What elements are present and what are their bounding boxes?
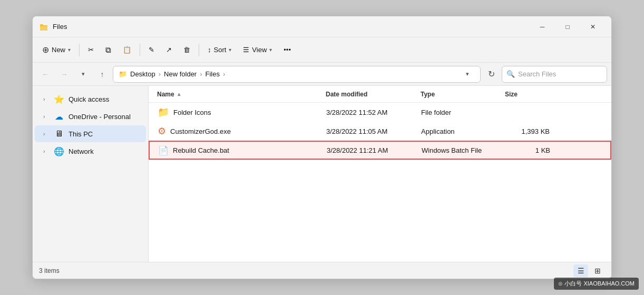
cut-button[interactable]: ✂ <box>83 41 99 60</box>
network-icon: 🌐 <box>54 146 64 156</box>
sidebar: › ⭐ Quick access › ☁ OneDrive - Personal… <box>33 86 149 262</box>
rename-icon: ✎ <box>149 46 154 54</box>
onedrive-icon: ☁ <box>54 112 64 122</box>
this-pc-icon: 🖥 <box>54 129 64 139</box>
window-controls: ─ □ ✕ <box>530 18 605 35</box>
sort-button[interactable]: ↕ Sort ▾ <box>202 41 237 60</box>
view-icon: ☰ <box>243 46 249 54</box>
up-icon: ↑ <box>101 70 104 78</box>
paste-icon: 📋 <box>123 46 131 54</box>
title-bar: Files ─ □ ✕ <box>33 16 611 37</box>
search-box[interactable]: 🔍 Search Files <box>502 66 607 83</box>
quick-access-chevron-icon: › <box>43 96 50 102</box>
copy-button[interactable]: ⧉ <box>100 41 116 60</box>
address-chevron-button[interactable]: ▾ <box>460 67 475 82</box>
list-view-icon: ☰ <box>578 267 584 275</box>
file-size-cell: 1 KB <box>502 146 554 154</box>
name-sort-icon: ▲ <box>177 91 182 97</box>
onedrive-chevron-icon: › <box>43 114 50 120</box>
toolbar-separator-2 <box>140 44 140 56</box>
view-label: View <box>252 46 267 54</box>
sidebar-item-label-onedrive: OneDrive - Personal <box>69 113 131 121</box>
file-name-cell: ⚙ CustomizerGod.exe <box>153 125 322 137</box>
forward-button[interactable]: → <box>56 66 73 83</box>
share-button[interactable]: ↗ <box>161 41 177 60</box>
file-name-text: Folder Icons <box>173 109 211 116</box>
col-size-header[interactable]: Size <box>501 91 553 98</box>
file-name-cell: 📄 Rebuild Cache.bat <box>154 145 323 155</box>
status-bar: 3 items ☰ ⊞ <box>33 262 611 279</box>
exe-icon: ⚙ <box>158 125 166 137</box>
address-folder-icon: 📁 <box>119 70 127 78</box>
sort-chevron-icon: ▾ <box>229 47 231 53</box>
main-content: › ⭐ Quick access › ☁ OneDrive - Personal… <box>33 86 611 262</box>
grid-view-button[interactable]: ⊞ <box>590 264 605 277</box>
list-view-button[interactable]: ☰ <box>573 264 588 277</box>
file-date-cell: 3/28/2022 11:21 AM <box>323 146 417 154</box>
svg-rect-1 <box>40 24 43 26</box>
recent-button[interactable]: ▾ <box>75 66 92 83</box>
paste-button[interactable]: 📋 <box>118 41 136 60</box>
sort-icon: ↕ <box>208 46 211 54</box>
address-crumb-3: Files <box>206 70 220 78</box>
file-list: Name ▲ Date modified Type Size 📁 Folder … <box>149 86 611 262</box>
sort-label: Sort <box>214 46 227 54</box>
new-button[interactable]: ⊕ New ▾ <box>37 41 76 60</box>
maximize-button[interactable]: □ <box>555 18 580 35</box>
col-name-header[interactable]: Name ▲ <box>153 91 321 98</box>
view-button[interactable]: ☰ View ▾ <box>238 41 277 60</box>
more-button[interactable]: ••• <box>278 41 296 60</box>
file-name-text: Rebuild Cache.bat <box>173 146 229 154</box>
address-sep-1: › <box>159 70 161 78</box>
file-size-cell: 1,393 KB <box>501 127 554 135</box>
toolbar: ⊕ New ▾ ✂ ⧉ 📋 ✎ ↗ 🗑 ↕ Sort ▾ ☰ <box>33 37 611 63</box>
file-date-cell: 3/28/2022 11:52 AM <box>322 109 417 116</box>
new-chevron-icon: ▾ <box>68 47 71 53</box>
col-type-header[interactable]: Type <box>416 91 501 98</box>
table-row[interactable]: 📁 Folder Icons 3/28/2022 11:52 AM File f… <box>149 103 611 122</box>
file-name-text: CustomizerGod.exe <box>170 127 231 135</box>
folder-icon: 📁 <box>158 106 169 118</box>
view-chevron-icon: ▾ <box>269 47 272 53</box>
address-input[interactable]: 📁 Desktop › New folder › Files › ▾ <box>113 66 481 83</box>
rename-button[interactable]: ✎ <box>143 41 160 60</box>
delete-button[interactable]: 🗑 <box>178 41 196 60</box>
file-type-cell: Application <box>417 127 501 135</box>
sidebar-item-network[interactable]: › 🌐 Network <box>35 143 146 160</box>
table-row[interactable]: ⚙ CustomizerGod.exe 3/28/2022 11:05 AM A… <box>149 122 611 141</box>
file-list-header: Name ▲ Date modified Type Size <box>149 86 611 103</box>
table-row[interactable]: 📄 Rebuild Cache.bat 3/28/2022 11:21 AM W… <box>149 141 611 160</box>
delete-icon: 🗑 <box>183 46 190 54</box>
sidebar-item-onedrive[interactable]: › ☁ OneDrive - Personal <box>35 108 146 125</box>
up-button[interactable]: ↑ <box>94 66 111 83</box>
copy-icon: ⧉ <box>105 45 111 55</box>
sidebar-item-this-pc[interactable]: › 🖥 This PC <box>35 125 146 142</box>
svg-rect-2 <box>40 26 47 31</box>
new-label: New <box>52 46 65 54</box>
network-chevron-icon: › <box>43 149 50 154</box>
close-button[interactable]: ✕ <box>581 18 605 35</box>
cut-icon: ✂ <box>88 46 94 54</box>
view-toggles: ☰ ⊞ <box>573 264 605 277</box>
address-crumb-1: Desktop <box>130 70 155 78</box>
address-sep-2: › <box>200 70 202 78</box>
toolbar-separator-3 <box>199 44 199 56</box>
minimize-button[interactable]: ─ <box>530 18 554 35</box>
file-date-cell: 3/28/2022 11:05 AM <box>322 127 417 135</box>
window-icon <box>39 22 48 32</box>
window-title: Files <box>53 23 530 31</box>
refresh-button[interactable]: ↻ <box>483 66 500 83</box>
search-placeholder: Search Files <box>518 70 556 78</box>
explorer-window: Files ─ □ ✕ ⊕ New ▾ ✂ ⧉ 📋 ✎ ↗ 🗑 <box>32 16 612 279</box>
address-bar: ← → ▾ ↑ 📁 Desktop › New folder › Files ›… <box>33 63 611 86</box>
sidebar-item-label-network: Network <box>69 148 94 155</box>
share-icon: ↗ <box>166 46 172 54</box>
watermark: ⊙ 小白号 XIAOBAIHAO.COM <box>554 278 639 290</box>
back-icon: ← <box>42 70 49 78</box>
more-icon: ••• <box>284 46 291 54</box>
back-button[interactable]: ← <box>37 66 54 83</box>
sidebar-item-quick-access[interactable]: › ⭐ Quick access <box>35 91 146 107</box>
sidebar-item-label-this-pc: This PC <box>69 130 93 138</box>
address-crumb-2: New folder <box>164 70 197 78</box>
col-date-header[interactable]: Date modified <box>321 91 416 98</box>
